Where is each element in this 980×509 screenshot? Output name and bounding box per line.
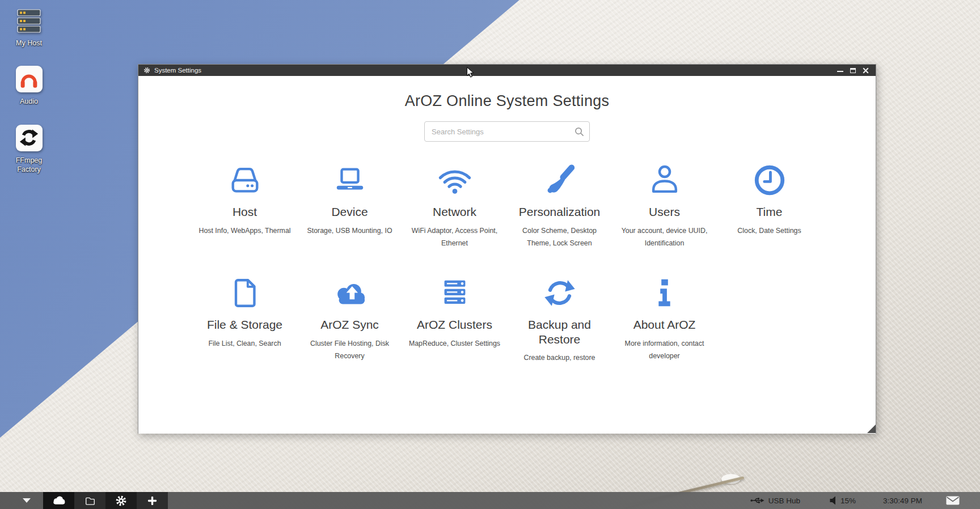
system-settings-window: System Settings ArOZ Online System Setti… xyxy=(138,64,876,434)
gear-icon xyxy=(115,495,127,507)
taskbar: USB Hub 15% 3:30:49 PM xyxy=(0,492,980,509)
file-icon xyxy=(196,273,294,311)
taskbar-tray: USB Hub 15% 3:30:49 PM xyxy=(750,496,980,505)
close-icon xyxy=(863,67,869,74)
usb-label: USB Hub xyxy=(768,497,800,505)
settings-grid: Host Host Info, WebApps, Thermal Device … xyxy=(192,160,822,364)
gear-icon xyxy=(143,67,150,74)
desktop-icon-column: My Host Audio FFmpeg Factory xyxy=(7,7,50,174)
taskbar-add-button[interactable] xyxy=(137,492,168,509)
tile-network[interactable]: Network WiFi Adaptor, Access Point, Ethe… xyxy=(402,160,507,249)
recycle-arrows-icon xyxy=(16,125,43,151)
tile-file-storage[interactable]: File & Storage File List, Clean, Search xyxy=(192,273,297,364)
tile-time[interactable]: Time Clock, Date Settings xyxy=(717,160,822,249)
server-icon xyxy=(16,7,43,34)
envelope-icon xyxy=(946,496,960,505)
taskbar-menu-caret-icon[interactable] xyxy=(23,498,31,503)
window-title: System Settings xyxy=(154,67,201,74)
tile-about-aroz[interactable]: About ArOZ More information, contact dev… xyxy=(612,273,717,364)
close-button[interactable] xyxy=(863,67,869,74)
desktop-icon-label: Audio xyxy=(20,97,38,106)
settings-row-1: Host Host Info, WebApps, Thermal Device … xyxy=(192,160,822,249)
desktop-icon-audio[interactable]: Audio xyxy=(7,66,50,106)
laptop-icon xyxy=(301,160,399,198)
usb-icon xyxy=(750,496,764,505)
settings-row-2: File & Storage File List, Clean, Search xyxy=(192,273,822,364)
tile-aroz-clusters[interactable]: ArOZ Clusters MapReduce, Cluster Setting… xyxy=(402,273,507,364)
window-resize-handle[interactable] xyxy=(867,425,876,433)
paintbrush-icon xyxy=(510,160,609,198)
desktop-icon-my-host[interactable]: My Host xyxy=(7,7,50,48)
volume-label: 15% xyxy=(840,497,856,505)
search-box xyxy=(424,121,590,142)
window-controls xyxy=(837,67,871,74)
plus-icon xyxy=(147,496,157,506)
clock-label: 3:30:49 PM xyxy=(883,497,922,505)
tile-host[interactable]: Host Host Info, WebApps, Thermal xyxy=(192,160,297,249)
tile-personalization[interactable]: Personalization Color Scheme, Desktop Th… xyxy=(507,160,612,249)
cloud-upload-icon xyxy=(301,273,399,311)
clock-icon xyxy=(720,160,818,198)
window-content: ArOZ Online System Settings xyxy=(138,76,876,434)
window-titlebar[interactable]: System Settings xyxy=(138,65,876,76)
search-icon xyxy=(575,127,584,137)
info-icon xyxy=(615,273,713,311)
desktop-icon-ffmpeg-factory[interactable]: FFmpeg Factory xyxy=(7,125,50,175)
maximize-button[interactable] xyxy=(850,68,856,73)
taskbar-files-button[interactable] xyxy=(74,492,105,509)
tile-backup-restore[interactable]: Backup and Restore Create backup, restor… xyxy=(507,273,612,364)
desktop-icon-label: FFmpeg Factory xyxy=(7,156,50,175)
desktop-icon-label: My Host xyxy=(16,39,42,48)
messages-tray-item[interactable] xyxy=(946,496,960,505)
refresh-icon xyxy=(510,273,609,311)
tile-aroz-sync[interactable]: ArOZ Sync Cluster File Hosting, Disk Rec… xyxy=(297,273,402,364)
wifi-icon xyxy=(405,160,504,198)
speaker-icon xyxy=(830,496,837,505)
headphones-icon xyxy=(16,66,43,92)
minimize-button[interactable] xyxy=(837,69,843,72)
hdd-icon xyxy=(196,160,294,198)
taskbar-cloud-button[interactable] xyxy=(43,492,74,509)
server-stack-icon xyxy=(405,273,504,311)
page-title: ArOZ Online System Settings xyxy=(138,92,876,110)
clock-tray-item[interactable]: 3:30:49 PM xyxy=(883,497,922,505)
taskbar-settings-button[interactable] xyxy=(105,492,137,509)
usb-tray-item[interactable]: USB Hub xyxy=(750,496,800,505)
tile-users[interactable]: Users Your account, device UUID, Identif… xyxy=(612,160,717,249)
volume-tray-item[interactable]: 15% xyxy=(830,496,856,505)
tile-device[interactable]: Device Storage, USB Mounting, IO xyxy=(297,160,402,249)
search-input[interactable] xyxy=(425,122,589,141)
user-icon xyxy=(615,160,713,198)
folder-icon xyxy=(84,495,96,506)
cloud-icon xyxy=(51,495,66,506)
taskbar-app-buttons xyxy=(43,492,168,509)
